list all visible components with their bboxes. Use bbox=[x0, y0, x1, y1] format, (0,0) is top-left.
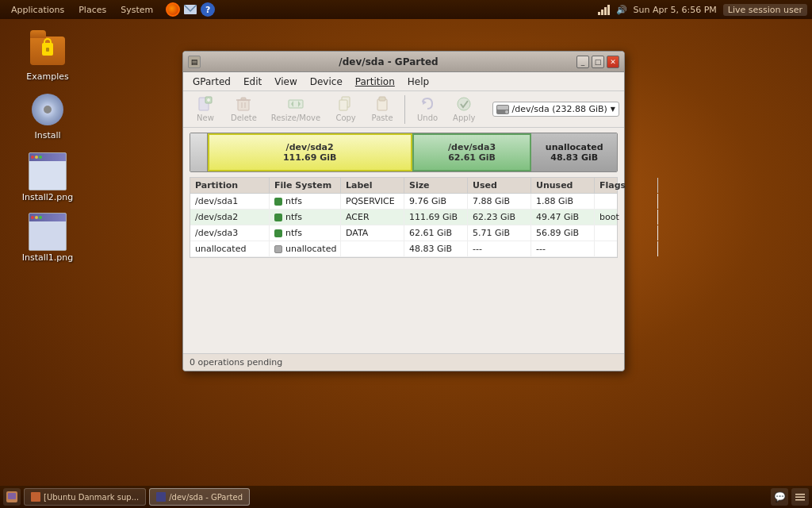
copy-icon bbox=[338, 96, 354, 112]
resize-button[interactable]: Resize/Move bbox=[265, 94, 327, 125]
cell-unused-2: 56.89 GiB bbox=[531, 225, 595, 241]
disk-selector[interactable]: /dev/sda (232.88 GiB) ▼ bbox=[492, 102, 619, 117]
window-menu-btn[interactable]: ▤ bbox=[188, 56, 201, 68]
taskbar: [Ubuntu Danmark sup... /dev/sda - GParte… bbox=[0, 486, 812, 508]
signal-icon bbox=[598, 4, 610, 15]
table-row[interactable]: /dev/sda3 ntfs DATA 62.61 GiB 5.71 GiB 5… bbox=[190, 225, 617, 241]
table-row[interactable]: /dev/sda1 ntfs PQSERVICE 9.76 GiB 7.88 G… bbox=[190, 194, 617, 210]
cell-label-0: PQSERVICE bbox=[341, 194, 404, 209]
menu-system[interactable]: System bbox=[114, 3, 159, 17]
menu-partition[interactable]: Partition bbox=[349, 75, 401, 89]
firefox-icon[interactable] bbox=[166, 2, 180, 17]
disk-selector-arrow: ▼ bbox=[611, 106, 615, 113]
delete-button[interactable]: Delete bbox=[224, 94, 263, 125]
taskbar-settings-icon[interactable] bbox=[791, 488, 809, 506]
cell-used-1: 62.23 GiB bbox=[468, 210, 531, 225]
cell-fs-2: ntfs bbox=[270, 225, 341, 241]
partition-bar-sda1[interactable] bbox=[190, 133, 208, 171]
cell-partition-2: /dev/sda3 bbox=[190, 225, 270, 241]
cell-fs-3: unallocated bbox=[270, 241, 341, 256]
gparted-window: ▤ /dev/sda - GParted _ □ ✕ GParted Edit … bbox=[182, 51, 625, 371]
fs-dot-1 bbox=[274, 214, 282, 221]
table-row[interactable]: /dev/sda2 ntfs ACER 111.69 GiB 62.23 GiB… bbox=[190, 210, 617, 225]
install1-label: Install1.png bbox=[22, 252, 74, 263]
menu-places[interactable]: Places bbox=[72, 3, 113, 17]
taskbar-item-ubuntu-sup[interactable]: [Ubuntu Danmark sup... bbox=[24, 488, 146, 506]
install2-label: Install2.png bbox=[22, 192, 74, 202]
svg-rect-25 bbox=[156, 492, 166, 502]
menu-gparted[interactable]: GParted bbox=[186, 75, 237, 89]
session-label[interactable]: Live session user bbox=[723, 4, 807, 16]
col-unused: Unused bbox=[531, 178, 595, 193]
window-titlebar: ▤ /dev/sda - GParted _ □ ✕ bbox=[183, 52, 624, 72]
partition-bar-sda2[interactable]: /dev/sda2 111.69 GiB bbox=[208, 133, 412, 171]
cell-label-1: ACER bbox=[341, 210, 404, 225]
undo-button[interactable]: Undo bbox=[410, 94, 445, 125]
close-button[interactable]: ✕ bbox=[607, 56, 619, 68]
resize-label: Resize/Move bbox=[271, 114, 320, 122]
examples-label: Examples bbox=[26, 71, 68, 82]
copy-label: Copy bbox=[335, 114, 355, 122]
cell-unused-1: 49.47 GiB bbox=[531, 210, 595, 225]
menu-device[interactable]: Device bbox=[304, 75, 349, 89]
table-row[interactable]: unallocated unallocated 48.83 GiB --- --… bbox=[190, 241, 617, 257]
cell-partition-1: /dev/sda2 bbox=[190, 210, 270, 225]
taskbar-item-gparted[interactable]: /dev/sda - GParted bbox=[149, 488, 250, 506]
paste-button[interactable]: Paste bbox=[365, 94, 400, 125]
desktop-icon-install2[interactable]: Install2.png bbox=[16, 149, 79, 206]
svg-rect-10 bbox=[289, 100, 303, 108]
cell-used-0: 7.88 GiB bbox=[468, 194, 531, 209]
new-button[interactable]: New bbox=[188, 94, 223, 125]
apply-label: Apply bbox=[453, 114, 475, 122]
examples-icon bbox=[29, 32, 67, 70]
sda2-bar-label1: /dev/sda2 bbox=[286, 142, 334, 152]
menu-edit[interactable]: Edit bbox=[237, 75, 268, 89]
delete-label: Delete bbox=[231, 114, 257, 122]
menu-help[interactable]: Help bbox=[401, 75, 435, 89]
col-size: Size bbox=[404, 178, 468, 193]
taskbar-chat-icon[interactable]: 💬 bbox=[771, 488, 788, 506]
empty-area bbox=[183, 258, 624, 353]
svg-rect-16 bbox=[379, 97, 385, 101]
toolbar: New Delete Resize/Move Copy bbox=[183, 91, 624, 128]
minimize-button[interactable]: _ bbox=[576, 56, 589, 68]
cell-size-0: 9.76 GiB bbox=[404, 194, 468, 209]
help-icon[interactable]: ? bbox=[201, 2, 215, 17]
cell-used-2: 5.71 GiB bbox=[468, 225, 531, 241]
paste-icon bbox=[374, 96, 390, 112]
table-header: Partition File System Label Size Used Un… bbox=[190, 178, 617, 194]
desktop-icon-examples[interactable]: Examples bbox=[16, 29, 79, 85]
svg-rect-28 bbox=[795, 499, 805, 501]
cell-size-3: 48.83 GiB bbox=[404, 241, 468, 256]
window-title: /dev/sda - GParted bbox=[201, 56, 576, 67]
maximize-button[interactable]: □ bbox=[592, 56, 604, 68]
install1-icon bbox=[29, 213, 67, 251]
partition-visual: /dev/sda2 111.69 GiB /dev/sda3 62.61 GiB… bbox=[190, 133, 618, 172]
menu-applications[interactable]: Applications bbox=[5, 3, 71, 17]
desktop-icon-install[interactable]: Install bbox=[16, 87, 79, 144]
col-flags: Flags bbox=[595, 178, 658, 193]
svg-rect-26 bbox=[795, 494, 805, 495]
top-panel-menus: Applications Places System ? bbox=[5, 2, 215, 17]
apply-button[interactable]: Apply bbox=[446, 94, 481, 125]
taskbar-show-desktop[interactable] bbox=[3, 488, 21, 506]
status-text: 0 operations pending bbox=[190, 357, 282, 368]
disk-selector-label: /dev/sda (232.88 GiB) bbox=[512, 104, 607, 114]
partition-table: Partition File System Label Size Used Un… bbox=[190, 177, 618, 258]
window-controls: _ □ ✕ bbox=[576, 56, 619, 68]
cell-used-3: --- bbox=[468, 241, 531, 256]
col-partition: Partition bbox=[190, 178, 270, 193]
svg-point-18 bbox=[458, 98, 470, 110]
partition-bar-sda3[interactable]: /dev/sda3 62.61 GiB bbox=[412, 133, 532, 171]
mail-icon[interactable] bbox=[183, 2, 197, 17]
svg-rect-27 bbox=[795, 497, 805, 498]
copy-button[interactable]: Copy bbox=[328, 94, 363, 125]
install-label: Install bbox=[34, 130, 60, 140]
partition-bar-unallocated[interactable]: unallocated 48.83 GiB bbox=[531, 133, 617, 171]
top-panel-right: 🔊 Sun Apr 5, 6:56 PM Live session user bbox=[598, 4, 807, 16]
cell-size-1: 111.69 GiB bbox=[404, 210, 468, 225]
desktop-icon-install1[interactable]: Install1.png bbox=[16, 210, 79, 266]
cell-partition-3: unallocated bbox=[190, 241, 270, 256]
menu-view[interactable]: View bbox=[268, 75, 303, 89]
volume-icon[interactable]: 🔊 bbox=[616, 5, 627, 15]
